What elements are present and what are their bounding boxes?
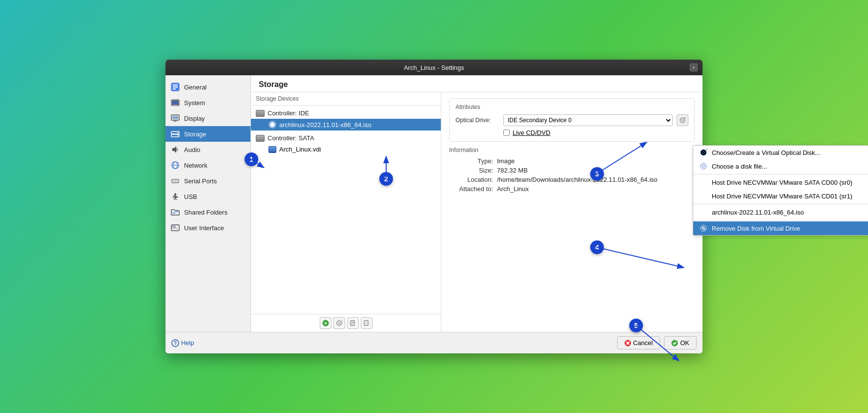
host-sr1-icon bbox=[699, 192, 708, 200]
svg-line-30 bbox=[175, 212, 176, 213]
add-optical-btn[interactable]: + bbox=[333, 317, 345, 329]
svg-rect-5 bbox=[172, 101, 178, 105]
ok-label: OK bbox=[680, 339, 689, 347]
sidebar-item-shared-folders[interactable]: Shared Folders bbox=[165, 204, 250, 220]
svg-line-27 bbox=[175, 198, 177, 200]
sidebar-label-serial-ports: Serial Ports bbox=[184, 177, 217, 185]
svg-rect-2 bbox=[173, 87, 178, 87]
dropdown-separator-2 bbox=[693, 204, 868, 204]
sidebar-item-user-interface[interactable]: User Interface bbox=[165, 220, 250, 236]
attached-value: Arch_Linux bbox=[497, 185, 529, 193]
type-value: Image bbox=[497, 157, 515, 165]
controller-ide-label: Controller: IDE bbox=[268, 109, 309, 117]
sidebar-label-shared-folders: Shared Folders bbox=[184, 209, 227, 216]
sidebar: General System Display bbox=[165, 75, 251, 332]
svg-rect-6 bbox=[174, 105, 177, 106]
sidebar-label-network: Network bbox=[184, 162, 207, 169]
window-title: Arch_Linux - Settings bbox=[404, 64, 464, 71]
dropdown-item-remove-disk[interactable]: Remove Disk from Virtual Drive bbox=[693, 221, 868, 235]
svg-rect-33 bbox=[172, 228, 178, 229]
dropdown-item-choose-file[interactable]: Choose a disk file... bbox=[693, 159, 868, 173]
network-icon bbox=[170, 160, 180, 170]
optical-drive-btn[interactable]: + bbox=[677, 114, 688, 126]
close-button[interactable]: × bbox=[690, 64, 698, 71]
dropdown-label-choose-file: Choose a disk file... bbox=[712, 163, 767, 170]
audio-icon bbox=[170, 145, 180, 154]
tree-item-iso[interactable]: archlinux-2022.11.01-x86_64.iso bbox=[251, 119, 441, 130]
display-icon bbox=[170, 113, 180, 123]
dropdown-label-host-sr1: Host Drive NECVMWar VMware SATA CD01 (sr… bbox=[712, 193, 852, 200]
svg-marker-23 bbox=[174, 193, 177, 195]
sidebar-label-user-interface: User Interface bbox=[184, 224, 224, 232]
info-location-row: Location: /home/team/Downloads/archlinux… bbox=[449, 176, 695, 183]
type-label: Type: bbox=[449, 157, 493, 165]
dropdown-label-host-sr0: Host Drive NECVMWar VMware SATA CD00 (sr… bbox=[712, 179, 852, 186]
dialog-buttons: Cancel OK bbox=[617, 336, 697, 349]
edit-btn[interactable] bbox=[347, 317, 359, 329]
sidebar-item-system[interactable]: System bbox=[165, 95, 250, 110]
optical-drive-select[interactable]: IDE Secondary Device 0 bbox=[503, 114, 673, 126]
svg-rect-3 bbox=[173, 88, 176, 89]
step-5: 5 bbox=[629, 319, 643, 332]
shared-icon bbox=[170, 207, 180, 217]
dropdown-label-choose-create: Choose/Create a Virtual Optical Disk... bbox=[712, 149, 820, 156]
help-label: Help bbox=[181, 339, 194, 347]
vdi-icon bbox=[269, 146, 276, 153]
dropdown-item-host-sr1[interactable]: Host Drive NECVMWar VMware SATA CD01 (sr… bbox=[693, 189, 868, 203]
settings-window: Arch_Linux - Settings × General System bbox=[165, 60, 703, 353]
dropdown-item-choose-create[interactable]: + Choose/Create a Virtual Optical Disk..… bbox=[693, 146, 868, 159]
window-body: General System Display bbox=[165, 75, 703, 353]
dropdown-separator-1 bbox=[693, 174, 868, 174]
information-section: Information Type: Image Size: 782.32 MB … bbox=[449, 147, 695, 193]
choose-file-icon bbox=[699, 162, 708, 171]
sidebar-item-general[interactable]: General bbox=[165, 79, 250, 95]
sidebar-item-display[interactable]: Display bbox=[165, 110, 250, 126]
cancel-button[interactable]: Cancel bbox=[617, 336, 660, 349]
optical-drive-label: Optical Drive: bbox=[455, 117, 499, 124]
tree-item-vdi[interactable]: Arch_Linux.vdi bbox=[251, 144, 441, 155]
remove-btn[interactable] bbox=[361, 317, 372, 329]
sidebar-item-serial-ports[interactable]: Serial Ports bbox=[165, 173, 250, 189]
svg-point-13 bbox=[177, 135, 178, 136]
live-cd-checkbox[interactable] bbox=[503, 130, 510, 136]
size-value: 782.32 MB bbox=[497, 167, 528, 174]
info-type-row: Type: Image bbox=[449, 157, 695, 165]
window-footer: ? Help Cancel OK bbox=[165, 332, 703, 353]
ok-button[interactable]: OK bbox=[664, 336, 697, 349]
add-storage-btn[interactable]: + bbox=[320, 317, 331, 329]
svg-text:+: + bbox=[342, 320, 343, 323]
dropdown-label-remove-disk: Remove Disk from Virtual Drive bbox=[712, 225, 800, 232]
step-1: 1 bbox=[245, 152, 258, 166]
info-size-row: Size: 782.32 MB bbox=[449, 167, 695, 174]
help-button[interactable]: ? Help bbox=[171, 339, 194, 347]
dropdown-item-archlinux-iso[interactable]: archlinux-2022.11.01-x86_64.iso bbox=[693, 205, 868, 219]
controller-sata: Controller: SATA bbox=[251, 132, 441, 144]
svg-text:?: ? bbox=[174, 341, 177, 346]
svg-point-29 bbox=[173, 212, 175, 214]
svg-marker-14 bbox=[172, 146, 176, 153]
storage-footer: + + bbox=[251, 314, 441, 332]
optical-drive-row: Optical Drive: IDE Secondary Device 0 + bbox=[455, 114, 688, 126]
controller-sata-icon bbox=[256, 135, 265, 142]
sidebar-item-usb[interactable]: USB bbox=[165, 189, 250, 204]
sidebar-item-audio[interactable]: Audio bbox=[165, 142, 250, 157]
attached-label: Attached to: bbox=[449, 185, 493, 193]
svg-text:+: + bbox=[706, 149, 707, 152]
iso-label: archlinux-2022.11.01-x86_64.iso bbox=[279, 121, 372, 129]
sidebar-item-storage[interactable]: Storage bbox=[165, 126, 250, 142]
svg-rect-8 bbox=[172, 116, 178, 119]
titlebar: Arch_Linux - Settings × bbox=[165, 60, 703, 75]
cancel-label: Cancel bbox=[633, 339, 653, 347]
storage-header: Storage bbox=[251, 75, 703, 92]
sidebar-item-network[interactable]: Network bbox=[165, 157, 250, 173]
sidebar-label-system: System bbox=[184, 99, 205, 107]
live-cd-row: Live CD/DVD bbox=[455, 129, 688, 136]
svg-point-59 bbox=[703, 165, 705, 168]
svg-text:+: + bbox=[324, 320, 327, 326]
location-label: Location: bbox=[449, 176, 493, 183]
disc-blue-icon bbox=[269, 121, 276, 129]
sidebar-label-display: Display bbox=[184, 115, 205, 122]
dropdown-item-host-sr0[interactable]: Host Drive NECVMWar VMware SATA CD00 (sr… bbox=[693, 175, 868, 189]
size-label: Size: bbox=[449, 167, 493, 174]
step-3: 3 bbox=[590, 167, 604, 181]
